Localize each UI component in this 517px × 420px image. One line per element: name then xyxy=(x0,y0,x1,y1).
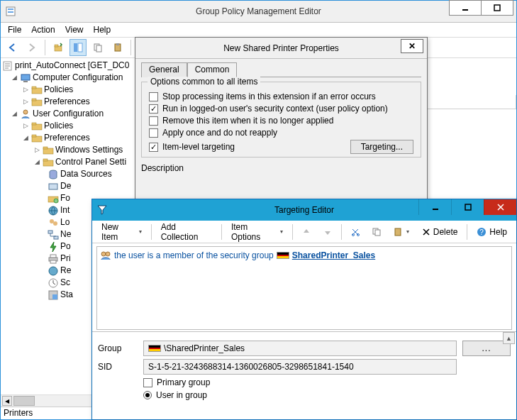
tree-control-panel[interactable]: Control Panel Setti xyxy=(55,156,126,168)
collapse-icon[interactable]: ◢ xyxy=(11,74,18,82)
menu-view[interactable]: View xyxy=(61,23,88,36)
expand-icon[interactable]: ▷ xyxy=(22,122,30,130)
up-folder-button[interactable] xyxy=(50,39,67,56)
tab-common[interactable]: Common xyxy=(187,62,238,77)
te-minimize-button[interactable] xyxy=(418,199,451,215)
tree-cc-policies[interactable]: Policies xyxy=(44,84,73,96)
svg-rect-43 xyxy=(50,260,56,263)
svg-rect-2 xyxy=(8,11,13,13)
item-targeting-checkbox[interactable] xyxy=(149,143,158,152)
tree-root[interactable]: print_AutoConnect [GET_DC0 xyxy=(15,60,129,72)
tree-data-sources[interactable]: Data Sources xyxy=(60,168,112,180)
tab-general[interactable]: General xyxy=(141,62,187,77)
delete-button[interactable]: Delete xyxy=(417,224,463,240)
te-title: Targeting Editor xyxy=(274,205,334,215)
maximize-button[interactable] xyxy=(481,0,513,16)
move-down-button[interactable] xyxy=(318,225,337,239)
tree-cc-preferences[interactable]: Preferences xyxy=(44,96,90,108)
new-item-button[interactable]: New Item▾ xyxy=(96,219,147,245)
tree-uc-preferences[interactable]: Preferences xyxy=(44,132,90,144)
tree-ne[interactable]: Ne xyxy=(60,228,71,241)
svg-rect-31 xyxy=(43,159,48,161)
run-checkbox[interactable] xyxy=(149,104,158,114)
collapse-icon[interactable]: ◢ xyxy=(33,158,41,166)
targeting-button[interactable]: Targeting... xyxy=(350,140,413,154)
options-group: Options common to all items Stop process… xyxy=(141,82,421,158)
tree-de[interactable]: De xyxy=(60,180,71,192)
tree-lo[interactable]: Lo xyxy=(60,216,70,228)
tree-int[interactable]: Int xyxy=(60,204,70,216)
minimize-button[interactable] xyxy=(449,0,482,16)
forward-button[interactable] xyxy=(23,39,40,56)
help-button[interactable]: ?Help xyxy=(472,224,512,240)
flag-icon xyxy=(148,345,161,352)
tree-fo[interactable]: Fo xyxy=(60,192,70,204)
printer-properties-dialog: New Shared Printer Properties ✕ General … xyxy=(135,37,428,201)
sid-textbox[interactable]: S-1-5-21-3243688314-1360026805-329865184… xyxy=(143,359,457,375)
paste-button[interactable] xyxy=(109,39,126,56)
primary-group-checkbox[interactable] xyxy=(143,378,152,387)
back-button[interactable] xyxy=(4,39,21,56)
scroll-thumb[interactable] xyxy=(13,396,35,406)
tree-user-config[interactable]: User Configuration xyxy=(33,108,104,120)
options-legend: Options common to all items xyxy=(148,77,260,87)
rule-prefix: the user is a member of the security gro… xyxy=(114,250,274,260)
scroll-up-icon[interactable]: ▲ xyxy=(503,332,515,344)
svg-rect-33 xyxy=(49,184,57,189)
svg-rect-10 xyxy=(96,45,101,52)
primary-group-label: Primary group xyxy=(157,377,210,387)
group-textbox[interactable]: \SharedPrinter_Sales xyxy=(143,341,457,356)
collapse-icon[interactable]: ◢ xyxy=(11,110,18,118)
te-maximize-button[interactable] xyxy=(451,199,484,215)
tree-pr[interactable]: Pri xyxy=(60,253,71,265)
user-in-group-radio[interactable] xyxy=(143,391,152,399)
add-collection-button[interactable]: Add Collection xyxy=(156,219,217,245)
tree-computer-config[interactable]: Computer Configuration xyxy=(33,72,123,84)
copy-button[interactable] xyxy=(89,39,106,56)
te-close-button[interactable] xyxy=(484,199,516,215)
tab-strip: General Common xyxy=(141,62,421,77)
svg-rect-49 xyxy=(465,204,471,210)
expand-icon[interactable]: ▷ xyxy=(33,146,41,154)
rule-group-name[interactable]: SharedPrinter_Sales xyxy=(292,250,375,260)
dialog-titlebar[interactable]: New Shared Printer Properties ✕ xyxy=(135,38,427,59)
te-titlebar[interactable]: Targeting Editor xyxy=(92,199,516,221)
copy-button[interactable] xyxy=(367,225,386,239)
cut-button[interactable] xyxy=(346,225,365,239)
tree-sc[interactable]: Sc xyxy=(60,277,70,289)
tree-windows-settings[interactable]: Windows Settings xyxy=(55,144,123,156)
svg-rect-6 xyxy=(55,45,58,47)
scheduled-icon xyxy=(48,277,59,289)
tree-po[interactable]: Po xyxy=(60,241,71,253)
expand-icon[interactable]: ▷ xyxy=(22,98,30,106)
item-options-button[interactable]: Item Options▾ xyxy=(226,219,288,245)
menu-action[interactable]: Action xyxy=(27,23,59,36)
svg-rect-17 xyxy=(21,74,30,80)
svg-rect-22 xyxy=(32,99,36,101)
targeting-editor: Targeting Editor New Item▾ Add Collectio… xyxy=(91,199,517,420)
tree-st[interactable]: Sta xyxy=(60,289,73,301)
remove-checkbox[interactable] xyxy=(149,116,158,126)
rule-item[interactable]: the user is a member of the security gro… xyxy=(100,250,508,261)
tree-re[interactable]: Re xyxy=(60,265,71,277)
svg-point-57 xyxy=(101,252,106,256)
menu-help[interactable]: Help xyxy=(89,23,116,36)
stop-checkbox[interactable] xyxy=(149,92,158,101)
apply-once-checkbox[interactable] xyxy=(149,128,158,138)
dialog-close-button[interactable]: ✕ xyxy=(401,39,423,53)
expand-icon[interactable]: ▷ xyxy=(22,86,30,94)
chevron-down-icon: ▾ xyxy=(280,228,283,235)
tree-uc-policies[interactable]: Policies xyxy=(44,120,73,132)
local-icon xyxy=(48,217,59,228)
paste-button[interactable]: ▾ xyxy=(389,225,414,239)
menu-file[interactable]: File xyxy=(4,23,26,36)
svg-rect-7 xyxy=(74,43,77,52)
gpme-titlebar[interactable]: Group Policy Management Editor xyxy=(1,1,516,23)
svg-rect-1 xyxy=(8,9,13,10)
scroll-left-icon[interactable]: ◀ xyxy=(2,396,12,406)
move-up-button[interactable] xyxy=(297,225,316,239)
collapse-icon[interactable]: ◢ xyxy=(22,134,30,142)
rule-pane[interactable]: the user is a member of the security gro… xyxy=(96,246,512,330)
toggle-tree-button[interactable] xyxy=(70,39,87,56)
power-icon xyxy=(48,241,59,253)
